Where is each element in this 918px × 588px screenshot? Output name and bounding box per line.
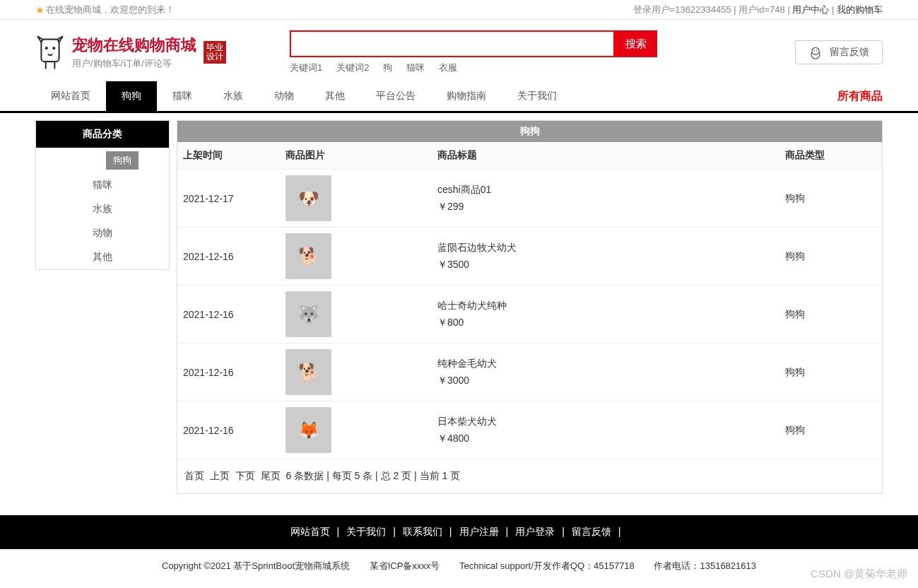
nav-item-3[interactable]: 水族 <box>208 81 259 111</box>
search-block: 搜索 关键词1关键词2狗猫咪衣服 <box>290 30 657 74</box>
keyword-猫咪[interactable]: 猫咪 <box>406 62 425 73</box>
sidebar-cat-1[interactable]: 猫咪 <box>36 173 169 197</box>
svg-point-4 <box>814 50 816 52</box>
nav-item-1[interactable]: 狗狗 <box>106 81 157 111</box>
table-row[interactable]: 2021-12-16🐕蓝陨石边牧犬幼犬￥3500狗狗 <box>177 228 882 286</box>
sidebar-cat-0[interactable]: 狗狗 <box>106 151 139 170</box>
footer-link-0[interactable]: 网站首页 <box>290 526 330 537</box>
search-input[interactable] <box>290 30 615 57</box>
cell-image: 🐶 <box>280 170 432 228</box>
pager-summary: 6 条数据 | 每页 5 条 | 总 2 页 | 当前 1 页 <box>286 470 461 481</box>
product-thumb[interactable]: 🐕 <box>286 233 331 279</box>
product-thumb[interactable]: 🐕 <box>286 349 331 395</box>
cell-date: 2021-12-16 <box>177 286 280 343</box>
cell-date: 2021-12-17 <box>177 170 280 228</box>
nav-item-5[interactable]: 其他 <box>310 81 360 111</box>
cell-date: 2021-12-16 <box>177 401 280 459</box>
sidebar-cat-2[interactable]: 水族 <box>36 197 169 221</box>
star-icon: ★ <box>35 4 45 16</box>
product-title[interactable]: 蓝陨石边牧犬幼犬 <box>437 242 774 254</box>
svg-point-3 <box>812 47 819 54</box>
th-date: 上架时间 <box>177 142 280 170</box>
main-area: 商品分类 狗狗猫咪水族动物其他 狗狗 上架时间 商品图片 商品标题 商品类型 2… <box>0 113 918 501</box>
keyword-关键词2[interactable]: 关键词2 <box>336 62 369 73</box>
search-button[interactable]: 搜索 <box>615 30 657 57</box>
cell-image: 🐕 <box>280 228 432 286</box>
table-row[interactable]: 2021-12-17🐶ceshi商品01￥299狗狗 <box>177 170 882 228</box>
content-title: 狗狗 <box>177 121 882 142</box>
cell-type: 狗狗 <box>779 343 882 401</box>
nav-item-2[interactable]: 猫咪 <box>157 81 208 111</box>
product-title[interactable]: 日本柴犬幼犬 <box>437 416 774 428</box>
cell-image: 🐕 <box>280 343 432 401</box>
table-row[interactable]: 2021-12-16🐺哈士奇幼犬纯种￥800狗狗 <box>177 286 882 343</box>
product-title[interactable]: 纯种金毛幼犬 <box>437 358 774 370</box>
cell-date: 2021-12-16 <box>177 343 280 401</box>
footer: 网站首页|关于我们|联系我们|用户注册|用户登录|留言反馈| <box>0 515 918 549</box>
cell-type: 狗狗 <box>779 170 882 228</box>
footer-link-4[interactable]: 用户登录 <box>515 526 555 537</box>
headset-icon <box>808 45 823 59</box>
keyword-关键词1[interactable]: 关键词1 <box>290 62 322 73</box>
product-price: ￥3500 <box>437 259 774 271</box>
copy-phone: 作者电话：13516821613 <box>654 560 756 571</box>
login-user-prefix: 登录用户= <box>633 4 676 15</box>
sidebar-cat-4[interactable]: 其他 <box>36 245 169 269</box>
product-table: 上架时间 商品图片 商品标题 商品类型 2021-12-17🐶ceshi商品01… <box>177 142 882 459</box>
pager-next[interactable]: 下页 <box>235 470 255 481</box>
site-subtitle: 用户/购物车/订单/评论等 <box>72 57 196 70</box>
copy-icp: 某省ICP备xxxx号 <box>370 560 440 571</box>
nav-all-products[interactable]: 所有商品 <box>837 89 883 104</box>
product-thumb[interactable]: 🦊 <box>286 407 331 453</box>
logo-block[interactable]: 宠物在线购物商城 用户/购物车/订单/评论等 毕业设计 <box>35 33 226 72</box>
feedback-label: 留言反馈 <box>830 46 869 59</box>
sidebar-cat-3[interactable]: 动物 <box>36 221 169 245</box>
keyword-衣服[interactable]: 衣服 <box>439 62 457 73</box>
user-id-prefix: 用户id= <box>738 4 770 15</box>
product-title[interactable]: 哈士奇幼犬纯种 <box>437 300 774 312</box>
cell-date: 2021-12-16 <box>177 228 280 286</box>
product-thumb[interactable]: 🐶 <box>286 175 331 221</box>
cell-type: 狗狗 <box>779 228 882 286</box>
topbar-right: 登录用户=13622334455 | 用户id=748 | 用户中心 | 我的购… <box>633 4 883 16</box>
product-price: ￥800 <box>437 317 774 329</box>
nav-item-6[interactable]: 平台公告 <box>360 81 431 111</box>
copy-support: Technical support/开发作者QQ：45157718 <box>459 560 635 571</box>
product-thumb[interactable]: 🐺 <box>286 291 331 337</box>
nav-item-8[interactable]: 关于我们 <box>502 81 572 111</box>
welcome-text: 在线宠物商城，欢迎您的到来！ <box>46 4 175 16</box>
copy-text: Copyright ©2021 基于SprintBoot宠物商城系统 <box>162 560 350 571</box>
pager-prev[interactable]: 上页 <box>210 470 230 481</box>
nav-item-0[interactable]: 网站首页 <box>35 81 106 111</box>
th-title: 商品标题 <box>432 142 779 170</box>
cell-title: ceshi商品01￥299 <box>432 170 779 228</box>
main-nav: 网站首页狗狗猫咪水族动物其他平台公告购物指南关于我们所有商品 <box>0 81 918 113</box>
badge-graduation: 毕业设计 <box>204 41 226 64</box>
user-center-link[interactable]: 用户中心 <box>792 4 829 15</box>
cell-title: 纯种金毛幼犬￥3000 <box>432 343 779 401</box>
footer-link-3[interactable]: 用户注册 <box>459 526 499 537</box>
keyword-狗[interactable]: 狗 <box>383 62 392 73</box>
table-row[interactable]: 2021-12-16🦊日本柴犬幼犬￥4800狗狗 <box>177 401 882 459</box>
nav-item-7[interactable]: 购物指南 <box>431 81 502 111</box>
pager-last[interactable]: 尾页 <box>261 470 281 481</box>
nav-item-4[interactable]: 动物 <box>259 81 310 111</box>
footer-link-1[interactable]: 关于我们 <box>346 526 386 537</box>
pager-first[interactable]: 首页 <box>184 470 204 481</box>
cell-title: 哈士奇幼犬纯种￥800 <box>432 286 779 343</box>
product-price: ￥3000 <box>437 375 774 387</box>
table-row[interactable]: 2021-12-16🐕纯种金毛幼犬￥3000狗狗 <box>177 343 882 401</box>
footer-link-5[interactable]: 留言反馈 <box>572 526 611 537</box>
product-price: ￥4800 <box>437 433 774 445</box>
sidebar-head: 商品分类 <box>36 121 169 148</box>
my-cart-link[interactable]: 我的购物车 <box>837 4 883 15</box>
footer-link-2[interactable]: 联系我们 <box>403 526 442 537</box>
svg-point-5 <box>816 50 818 52</box>
topbar: ★ 在线宠物商城，欢迎您的到来！ 登录用户=13622334455 | 用户id… <box>0 0 918 20</box>
product-title[interactable]: ceshi商品01 <box>437 184 774 196</box>
th-type: 商品类型 <box>779 142 882 170</box>
feedback-button[interactable]: 留言反馈 <box>795 40 883 64</box>
pager: 首页 上页 下页 尾页 6 条数据 | 每页 5 条 | 总 2 页 | 当前 … <box>177 459 882 493</box>
cell-type: 狗狗 <box>779 286 882 343</box>
user-id: 748 <box>770 4 785 15</box>
